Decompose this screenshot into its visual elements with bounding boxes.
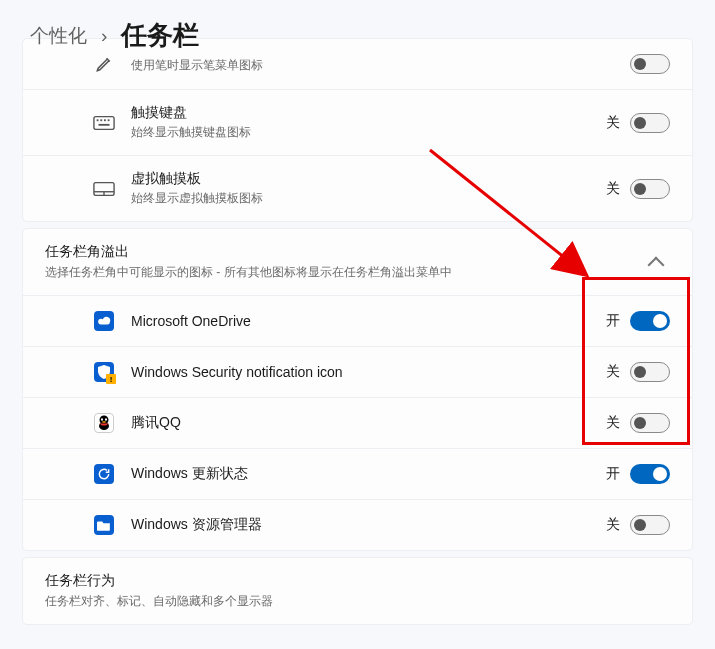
setting-sub: 使用笔时显示笔菜单图标 [131,57,630,74]
svg-rect-1 [97,119,99,121]
overflow-panel: 任务栏角溢出 选择任务栏角中可能显示的图标 - 所有其他图标将显示在任务栏角溢出… [22,228,693,551]
update-icon [93,463,115,485]
touchpad-icon [93,178,115,200]
svg-point-11 [101,418,103,421]
toggle-state-label: 关 [606,516,620,534]
svg-rect-4 [108,119,110,121]
setting-title: 触摸键盘 [131,104,606,122]
svg-point-13 [102,421,106,423]
security-toggle[interactable] [630,362,670,382]
setting-sub: 始终显示虚拟触摸板图标 [131,190,606,207]
toggle-state-label: 开 [606,465,620,483]
setting-row: 虚拟触摸板始终显示虚拟触摸板图标关 [23,155,692,221]
setting-row: 触摸键盘始终显示触摸键盘图标关 [23,89,692,155]
overflow-item-row: Microsoft OneDrive开 [23,295,692,346]
toggle-state-label: 关 [606,180,620,198]
overflow-item-row: !Windows Security notification icon关 [23,346,692,397]
overflow-item-row: 腾讯QQ关 [23,397,692,448]
setting-title: 虚拟触摸板 [131,170,606,188]
update-toggle[interactable] [630,464,670,484]
toggle-state-label: 关 [606,114,620,132]
corner-icons-panel: 使用笔时显示笔菜单图标触摸键盘始终显示触摸键盘图标关虚拟触摸板始终显示虚拟触摸板… [22,38,693,222]
chevron-up-icon [648,257,665,274]
overflow-section-header[interactable]: 任务栏角溢出 选择任务栏角中可能显示的图标 - 所有其他图标将显示在任务栏角溢出… [23,229,692,295]
behavior-panel: 任务栏行为 任务栏对齐、标记、自动隐藏和多个显示器 [22,557,693,625]
page-title: 任务栏 [121,18,199,53]
svg-rect-2 [100,119,102,121]
keyboard-toggle[interactable] [630,113,670,133]
overflow-item-label: 腾讯QQ [131,414,606,432]
overflow-section-sub: 选择任务栏角中可能显示的图标 - 所有其他图标将显示在任务栏角溢出菜单中 [45,264,650,281]
overflow-item-row: Windows 资源管理器关 [23,499,692,550]
onedrive-toggle[interactable] [630,311,670,331]
overflow-item-row: Windows 更新状态开 [23,448,692,499]
svg-point-12 [105,418,107,421]
behavior-section-title: 任务栏行为 [45,572,670,590]
overflow-item-label: Microsoft OneDrive [131,313,606,329]
chevron-right-icon: › [101,25,107,47]
keyboard-icon [93,112,115,134]
toggle-state-label: 关 [606,363,620,381]
qq-icon [93,412,115,434]
overflow-item-label: Windows 资源管理器 [131,516,606,534]
onedrive-icon [93,310,115,332]
pen-icon [93,53,115,75]
behavior-section-sub: 任务栏对齐、标记、自动隐藏和多个显示器 [45,593,670,610]
pen-toggle[interactable] [630,54,670,74]
explorer-toggle[interactable] [630,515,670,535]
setting-sub: 始终显示触摸键盘图标 [131,124,606,141]
security-icon: ! [93,361,115,383]
toggle-state-label: 关 [606,414,620,432]
overflow-section-title: 任务栏角溢出 [45,243,650,261]
svg-rect-3 [104,119,106,121]
breadcrumb-parent[interactable]: 个性化 [30,23,87,49]
touchpad-toggle[interactable] [630,179,670,199]
svg-rect-0 [94,116,114,129]
explorer-icon [93,514,115,536]
toggle-state-label: 开 [606,312,620,330]
svg-rect-5 [99,123,110,125]
qq-toggle[interactable] [630,413,670,433]
overflow-item-label: Windows 更新状态 [131,465,606,483]
overflow-item-label: Windows Security notification icon [131,364,606,380]
behavior-section-header[interactable]: 任务栏行为 任务栏对齐、标记、自动隐藏和多个显示器 [23,558,692,624]
